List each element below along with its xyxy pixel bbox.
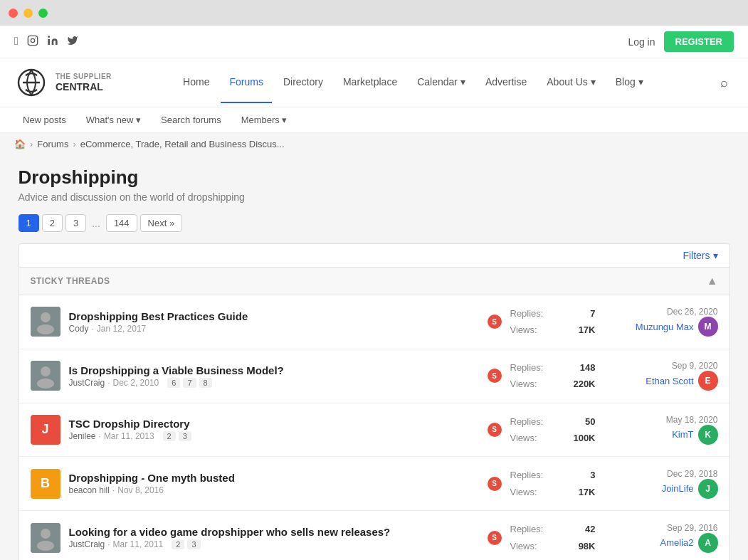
search-icon[interactable]: ⌕ [715, 70, 734, 96]
sub-nav-members[interactable]: Members ▾ [233, 107, 296, 132]
content-area: Dropshipping Advice and discussion on th… [4, 155, 744, 560]
svg-rect-0 [28, 36, 37, 45]
logo-text: THE SUPPLIER CENTRAL [56, 73, 112, 93]
breadcrumb-category[interactable]: eCommerce, Trade, Retail and Business Di… [80, 139, 285, 149]
twitter-icon[interactable] [67, 35, 78, 49]
page-btn-2[interactable]: 2 [42, 214, 63, 232]
thread-title[interactable]: Dropshipping Best Practices Guide [69, 310, 248, 322]
last-user[interactable]: Muzungu Max M [604, 317, 718, 337]
thread-author[interactable]: Cody [69, 324, 89, 334]
mac-minimize-btn[interactable] [23, 9, 33, 18]
logo-top: THE SUPPLIER [56, 73, 112, 81]
last-date: Dec 29, 2018 [604, 469, 718, 479]
thread-meta: JustCraig · Dec 2, 2010 6 7 8 [69, 378, 479, 388]
last-date: Sep 9, 2020 [604, 361, 718, 371]
sticky-badge: S [488, 315, 502, 329]
last-user[interactable]: JoinLife J [604, 479, 718, 499]
sub-nav: New posts What's new ▾ Search forums Mem… [0, 107, 748, 133]
nav-forums[interactable]: Forums [221, 62, 271, 103]
thread-title[interactable]: Dropshipping - One myth busted [69, 472, 235, 484]
sub-nav-new-posts[interactable]: New posts [14, 107, 75, 132]
sticky-badge: S [488, 369, 502, 383]
last-user[interactable]: Amelia2 A [604, 533, 718, 553]
sticky-threads-section: STICKY THREADS ▲ Dropshipping Best Pract… [19, 268, 730, 560]
facebook-icon[interactable]:  [14, 35, 19, 49]
last-date: May 18, 2020 [604, 415, 718, 425]
last-user-name: Muzungu Max [636, 322, 694, 332]
last-user[interactable]: KimT K [604, 425, 718, 445]
nav-advertise[interactable]: Advertise [477, 62, 535, 103]
page-btn-144[interactable]: 144 [106, 214, 137, 232]
nav-items: Home Forums Directory Marketplace Calend… [174, 62, 652, 103]
thread-page-tag[interactable]: 2 [172, 539, 184, 549]
collapse-sticky-btn[interactable]: ▲ [707, 275, 718, 287]
thread-author[interactable]: JustCraig [69, 378, 105, 388]
logo-bottom: CENTRAL [56, 81, 112, 93]
thread-views: Views: 220K [510, 376, 596, 392]
linkedin-icon[interactable] [47, 35, 58, 49]
breadcrumb-home[interactable]: 🏠 [14, 139, 26, 149]
register-button[interactable]: REGISTER [664, 31, 734, 52]
thread-views: Views: 17K [510, 322, 596, 338]
page-btn-3[interactable]: 3 [65, 214, 86, 232]
sub-nav-search-forums[interactable]: Search forums [152, 107, 230, 132]
thread-last-activity: Dec 29, 2018 JoinLife J [604, 469, 718, 499]
nav-calendar[interactable]: Calendar ▾ [409, 62, 474, 103]
thread-author[interactable]: JustCraig [69, 539, 105, 549]
last-date: Dec 26, 2020 [604, 307, 718, 317]
thread-title[interactable]: Looking for a video game dropshipper who… [69, 526, 391, 538]
thread-replies: Replies: 50 [510, 413, 596, 430]
nav-directory[interactable]: Directory [275, 62, 332, 103]
mac-maximize-btn[interactable] [38, 9, 48, 18]
thread-page-tag[interactable]: 7 [183, 378, 196, 388]
thread-main: Dropshipping - One myth busted beacon hi… [69, 472, 479, 495]
instagram-icon[interactable] [27, 35, 38, 49]
svg-point-12 [41, 366, 51, 376]
nav-marketplace[interactable]: Marketplace [335, 62, 406, 103]
thread-main: TSC Dropship Directory Jenilee · Mar 11,… [69, 418, 479, 441]
thread-meta: Jenilee · Mar 11, 2013 2 3 [69, 431, 479, 441]
thread-title[interactable]: TSC Dropship Directory [69, 418, 190, 430]
avatar [31, 307, 60, 337]
filters-bar: Filters ▾ [19, 243, 730, 268]
thread-page-tag[interactable]: 3 [179, 431, 191, 441]
thread-stats: Replies: 148 Views: 220K [510, 359, 596, 393]
thread-views: Views: 100K [510, 430, 596, 446]
breadcrumb-forums[interactable]: Forums [37, 139, 68, 149]
svg-point-10 [37, 324, 54, 334]
auth-area: Log in REGISTER [628, 31, 734, 52]
last-user-avatar: M [698, 317, 718, 337]
thread-stats: Replies: 42 Views: 98K [510, 521, 596, 554]
login-link[interactable]: Log in [628, 36, 655, 48]
pagination: 1 2 3 ... 144 Next » [19, 214, 730, 232]
mac-titlebar [0, 0, 748, 26]
sticky-section-header: STICKY THREADS ▲ [19, 268, 729, 295]
nav-about[interactable]: About Us ▾ [538, 62, 604, 103]
thread-pages: 2 3 [172, 539, 200, 549]
thread-page-tag[interactable]: 8 [199, 378, 212, 388]
page-btn-1[interactable]: 1 [19, 214, 39, 232]
table-row: Dropshipping Best Practices Guide Cody ·… [19, 295, 729, 349]
thread-author[interactable]: beacon hill [69, 485, 110, 495]
last-user[interactable]: Ethan Scott E [604, 371, 718, 391]
sub-nav-whats-new[interactable]: What's new ▾ [78, 107, 149, 132]
thread-date: Dec 2, 2010 [113, 378, 159, 388]
sticky-badge: S [488, 531, 502, 545]
last-date: Sep 29, 2016 [604, 523, 718, 533]
nav-home[interactable]: Home [174, 62, 218, 103]
thread-page-tag[interactable]: 6 [167, 378, 180, 388]
thread-author[interactable]: Jenilee [69, 431, 96, 441]
page-next-btn[interactable]: Next » [140, 214, 183, 232]
thread-views: Views: 17K [510, 484, 596, 500]
filters-button[interactable]: Filters ▾ [683, 250, 717, 261]
thread-page-tag[interactable]: 3 [187, 539, 200, 549]
avatar: B [31, 469, 60, 499]
svg-point-2 [35, 37, 36, 38]
last-user-name: Ethan Scott [646, 376, 693, 386]
mac-close-btn[interactable] [9, 9, 18, 18]
thread-page-tag[interactable]: 2 [163, 431, 176, 441]
thread-title[interactable]: Is Dropshipping a Viable Business Model? [69, 364, 284, 376]
logo-area: THE SUPPLIER CENTRAL [14, 58, 112, 107]
nav-blog[interactable]: Blog ▾ [607, 62, 652, 103]
last-user-name: Amelia2 [660, 537, 694, 548]
